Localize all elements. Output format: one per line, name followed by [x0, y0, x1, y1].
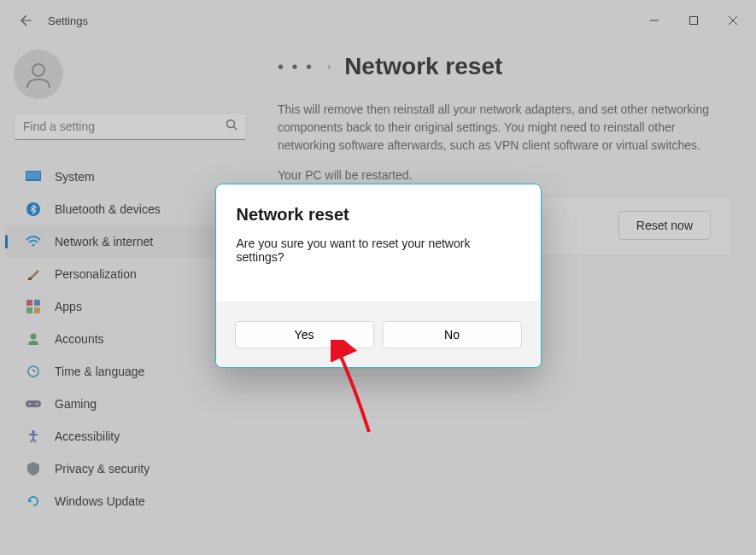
- confirm-dialog: Network reset Are you sure you want to r…: [215, 184, 542, 368]
- no-button[interactable]: No: [383, 321, 522, 348]
- dialog-message: Are you sure you want to reset your netw…: [237, 237, 520, 264]
- yes-button[interactable]: Yes: [235, 321, 374, 348]
- modal-overlay: Network reset Are you sure you want to r…: [0, 0, 756, 555]
- dialog-body: Network reset Are you sure you want to r…: [216, 184, 541, 301]
- dialog-title: Network reset: [237, 205, 520, 225]
- dialog-buttons: Yes No: [216, 301, 541, 367]
